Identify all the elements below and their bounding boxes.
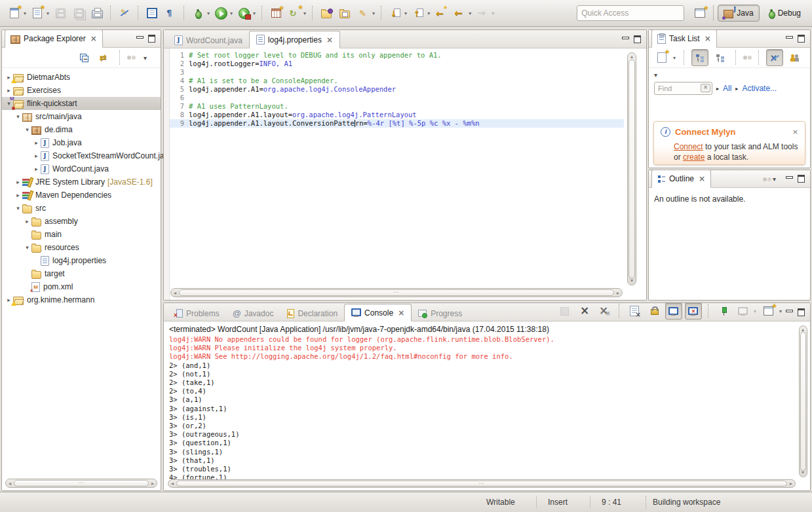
editor-line-6[interactable]: 6: [170, 94, 624, 102]
tab-wordcount-java[interactable]: WordCount.java: [168, 32, 249, 48]
last-edit-location-button[interactable]: [433, 5, 450, 22]
view-menu-button[interactable]: [139, 49, 156, 66]
console-output[interactable]: log4j:WARN No appenders could be found f…: [169, 335, 794, 488]
tree-item-org-knime-hermann[interactable]: ▸org.knime.hermann: [2, 293, 161, 306]
print-button[interactable]: [88, 5, 106, 22]
tab-package-explorer[interactable]: Package Explorer ×: [5, 29, 103, 48]
editor-line-3[interactable]: 3: [170, 68, 624, 77]
chevron-down-icon[interactable]: [654, 70, 662, 78]
tree-item-resources[interactable]: ▾resources: [2, 241, 161, 254]
editor-line-9[interactable]: 9log4j.appender.A1.layout.ConversionPatt…: [170, 119, 624, 128]
back-button[interactable]: [451, 5, 468, 22]
editor-line-5[interactable]: 5log4j.appender.A1=org.apache.log4j.Cons…: [170, 85, 624, 94]
coverage-button[interactable]: [235, 5, 252, 22]
highlight-dropdown-arrow[interactable]: ▾: [372, 10, 375, 16]
clear-find-icon[interactable]: ×: [701, 84, 710, 92]
next-annotation-dropdown-arrow[interactable]: ▾: [404, 10, 407, 16]
tab-outline[interactable]: Outline ×: [651, 170, 711, 188]
close-notification-icon[interactable]: ×: [792, 128, 798, 136]
minimize-icon[interactable]: [621, 35, 631, 44]
scheduled-view-button[interactable]: [712, 49, 729, 66]
maximize-icon[interactable]: [796, 174, 807, 183]
minimize-icon[interactable]: [784, 34, 795, 43]
close-tab-icon[interactable]: ×: [326, 36, 333, 44]
clear-console-button[interactable]: [626, 302, 643, 320]
editor-vscrollbar[interactable]: ▴▾: [627, 52, 636, 285]
editor-line-8[interactable]: 8log4j.appender.A1.layout=org.apache.log…: [170, 111, 624, 119]
new-table-button[interactable]: [267, 5, 284, 22]
mark-occurrences-button[interactable]: [116, 5, 133, 22]
open-console-dropdown-arrow[interactable]: ▾: [779, 308, 782, 314]
new-dropdown-arrow[interactable]: ▾: [24, 10, 26, 16]
show-stderr-button[interactable]: [685, 302, 702, 320]
focus-on-workweek-button[interactable]: [766, 49, 783, 66]
remove-all-launches-button[interactable]: [596, 302, 613, 320]
editor-line-1[interactable]: 1# Set root logger level to DEBUG and it…: [170, 51, 624, 60]
expander-icon[interactable]: ▸: [716, 86, 719, 92]
editor-line-2[interactable]: 2log4j.rootLogger=INFO, A1: [170, 60, 624, 68]
new-task-button[interactable]: [653, 49, 670, 66]
expander-expanded-icon[interactable]: ▾: [5, 100, 13, 107]
expander-expanded-icon[interactable]: ▾: [14, 205, 22, 211]
close-view-icon[interactable]: ×: [90, 35, 97, 43]
expander-collapsed-icon[interactable]: ▸: [32, 166, 41, 172]
editor-hscrollbar[interactable]: ◂▸ ⋯: [170, 288, 623, 297]
expander-collapsed-icon[interactable]: ▸: [23, 218, 31, 225]
tree-item-exercises[interactable]: ▸Exercises: [2, 84, 161, 97]
tree-item-assembly[interactable]: ▸assembly: [2, 215, 161, 228]
view-menu-button[interactable]: [773, 174, 783, 183]
editor-body[interactable]: 1# Set root logger level to DEBUG and it…: [164, 48, 646, 300]
expander-expanded-icon[interactable]: ▾: [23, 126, 31, 133]
new-java-dropdown-arrow[interactable]: ▾: [47, 10, 49, 16]
package-explorer-hscrollbar[interactable]: ◂▸ ⋯: [5, 479, 157, 488]
hide-private-button[interactable]: [786, 49, 803, 66]
tree-item-wordcount-java[interactable]: ▸WordCount.java: [2, 162, 161, 175]
tab-console[interactable]: Console×: [344, 304, 412, 321]
next-annotation-button[interactable]: [387, 5, 404, 22]
maximize-icon[interactable]: [796, 308, 807, 317]
tab-javadoc[interactable]: Javadoc: [226, 305, 280, 321]
tree-item-job-java[interactable]: ▸Job.java: [2, 136, 161, 149]
tree-item-jre-system-library[interactable]: ▸JRE System Library[JavaSE-1.6]: [2, 175, 161, 189]
scroll-lock-button[interactable]: [646, 302, 663, 320]
perspective-java[interactable]: Java: [718, 5, 759, 22]
show-selected-element-button[interactable]: [144, 5, 161, 22]
tree-item-log4j-properties[interactable]: log4j.properties: [2, 254, 161, 267]
refresh-class-button[interactable]: [286, 5, 303, 22]
tree-item-src[interactable]: ▾src: [2, 202, 161, 215]
filter-all-link[interactable]: All: [723, 84, 731, 93]
close-view-icon[interactable]: ×: [705, 35, 711, 43]
expander-collapsed-icon[interactable]: ▸: [14, 192, 22, 198]
minimize-icon[interactable]: [784, 174, 795, 183]
collapse-all-button[interactable]: [75, 49, 92, 66]
show-stdout-button[interactable]: [665, 302, 682, 320]
tab-problems[interactable]: Problems: [168, 305, 226, 321]
new-button[interactable]: [6, 5, 23, 22]
tab-log4j-properties[interactable]: log4j.properties×: [249, 31, 340, 48]
open-resource-button[interactable]: [336, 5, 353, 22]
run-dropdown-arrow[interactable]: ▾: [230, 10, 233, 16]
minimize-icon[interactable]: [784, 308, 795, 317]
tree-item-src-main-java[interactable]: ▾src/main/java: [2, 110, 161, 123]
expander-collapsed-icon[interactable]: ▸: [14, 179, 22, 185]
display-console-dropdown-arrow[interactable]: ▾: [754, 308, 756, 314]
open-perspective-button[interactable]: [691, 5, 708, 22]
expander-collapsed-icon[interactable]: ▸: [5, 87, 13, 94]
link-with-editor-button[interactable]: [96, 49, 113, 66]
close-tab-icon[interactable]: ×: [398, 309, 404, 317]
pin-console-button[interactable]: [715, 302, 732, 320]
maximize-icon[interactable]: [632, 35, 643, 44]
editor-line-7[interactable]: 7# A1 uses PatternLayout.: [170, 102, 624, 111]
tree-item-pom-xml[interactable]: pom.xml: [2, 280, 161, 293]
previous-annotation-dropdown-arrow[interactable]: ▾: [427, 10, 430, 16]
create-task-link[interactable]: create: [683, 153, 705, 162]
tree-item-main[interactable]: main: [2, 228, 161, 241]
close-view-icon[interactable]: ×: [699, 175, 705, 183]
minimize-icon[interactable]: [135, 34, 145, 43]
refresh-class-dropdown-arrow[interactable]: ▾: [303, 10, 306, 16]
new-java-button[interactable]: [29, 5, 46, 22]
expander-collapsed-icon[interactable]: ▸: [32, 139, 41, 146]
show-whitespace-button[interactable]: [162, 5, 179, 22]
quick-access-input[interactable]: [577, 5, 684, 21]
tree-item-maven-dependencies[interactable]: ▸Maven Dependencies: [2, 189, 161, 202]
